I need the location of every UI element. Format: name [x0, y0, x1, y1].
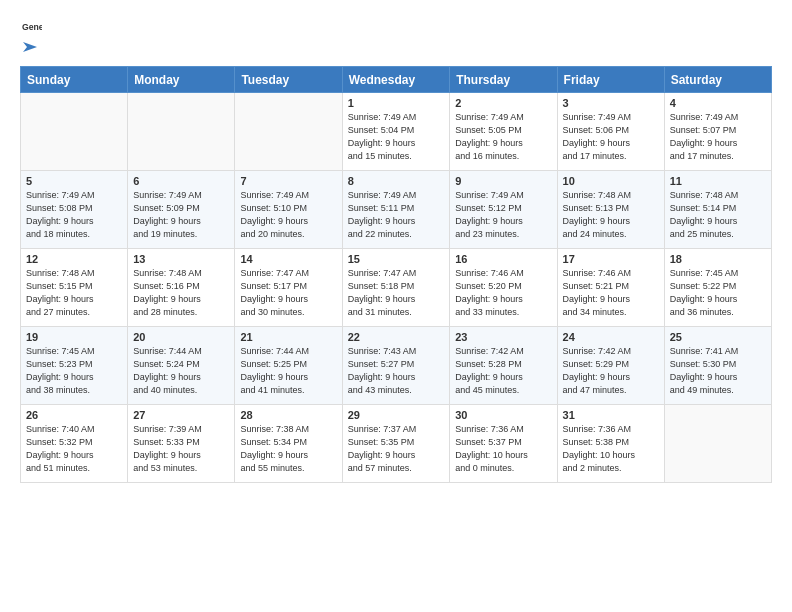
- calendar-day-10: 10Sunrise: 7:48 AM Sunset: 5:13 PM Dayli…: [557, 171, 664, 249]
- day-info: Sunrise: 7:36 AM Sunset: 5:38 PM Dayligh…: [563, 423, 659, 475]
- day-info: Sunrise: 7:46 AM Sunset: 5:21 PM Dayligh…: [563, 267, 659, 319]
- day-number: 15: [348, 253, 445, 265]
- day-number: 12: [26, 253, 122, 265]
- day-info: Sunrise: 7:48 AM Sunset: 5:16 PM Dayligh…: [133, 267, 229, 319]
- calendar-day-6: 6Sunrise: 7:49 AM Sunset: 5:09 PM Daylig…: [128, 171, 235, 249]
- day-info: Sunrise: 7:49 AM Sunset: 5:12 PM Dayligh…: [455, 189, 551, 241]
- day-info: Sunrise: 7:44 AM Sunset: 5:25 PM Dayligh…: [240, 345, 336, 397]
- day-info: Sunrise: 7:41 AM Sunset: 5:30 PM Dayligh…: [670, 345, 766, 397]
- day-number: 8: [348, 175, 445, 187]
- day-info: Sunrise: 7:49 AM Sunset: 5:05 PM Dayligh…: [455, 111, 551, 163]
- day-number: 20: [133, 331, 229, 343]
- day-info: Sunrise: 7:43 AM Sunset: 5:27 PM Dayligh…: [348, 345, 445, 397]
- day-number: 7: [240, 175, 336, 187]
- calendar-day-17: 17Sunrise: 7:46 AM Sunset: 5:21 PM Dayli…: [557, 249, 664, 327]
- calendar-day-empty: [21, 93, 128, 171]
- day-info: Sunrise: 7:44 AM Sunset: 5:24 PM Dayligh…: [133, 345, 229, 397]
- calendar-header-row: SundayMondayTuesdayWednesdayThursdayFrid…: [21, 67, 772, 93]
- day-number: 19: [26, 331, 122, 343]
- day-info: Sunrise: 7:42 AM Sunset: 5:28 PM Dayligh…: [455, 345, 551, 397]
- calendar-day-8: 8Sunrise: 7:49 AM Sunset: 5:11 PM Daylig…: [342, 171, 450, 249]
- weekday-header-wednesday: Wednesday: [342, 67, 450, 93]
- weekday-header-sunday: Sunday: [21, 67, 128, 93]
- day-number: 1: [348, 97, 445, 109]
- day-info: Sunrise: 7:42 AM Sunset: 5:29 PM Dayligh…: [563, 345, 659, 397]
- calendar-week-row: 1Sunrise: 7:49 AM Sunset: 5:04 PM Daylig…: [21, 93, 772, 171]
- day-number: 27: [133, 409, 229, 421]
- day-number: 5: [26, 175, 122, 187]
- day-number: 31: [563, 409, 659, 421]
- day-info: Sunrise: 7:47 AM Sunset: 5:18 PM Dayligh…: [348, 267, 445, 319]
- calendar-day-25: 25Sunrise: 7:41 AM Sunset: 5:30 PM Dayli…: [664, 327, 771, 405]
- day-info: Sunrise: 7:49 AM Sunset: 5:04 PM Dayligh…: [348, 111, 445, 163]
- calendar-day-empty: [128, 93, 235, 171]
- day-number: 25: [670, 331, 766, 343]
- calendar-day-15: 15Sunrise: 7:47 AM Sunset: 5:18 PM Dayli…: [342, 249, 450, 327]
- calendar-day-5: 5Sunrise: 7:49 AM Sunset: 5:08 PM Daylig…: [21, 171, 128, 249]
- day-number: 16: [455, 253, 551, 265]
- calendar-day-1: 1Sunrise: 7:49 AM Sunset: 5:04 PM Daylig…: [342, 93, 450, 171]
- day-info: Sunrise: 7:49 AM Sunset: 5:07 PM Dayligh…: [670, 111, 766, 163]
- calendar-day-22: 22Sunrise: 7:43 AM Sunset: 5:27 PM Dayli…: [342, 327, 450, 405]
- calendar-day-29: 29Sunrise: 7:37 AM Sunset: 5:35 PM Dayli…: [342, 405, 450, 483]
- day-number: 22: [348, 331, 445, 343]
- day-info: Sunrise: 7:39 AM Sunset: 5:33 PM Dayligh…: [133, 423, 229, 475]
- day-number: 18: [670, 253, 766, 265]
- calendar-day-empty: [664, 405, 771, 483]
- calendar-day-12: 12Sunrise: 7:48 AM Sunset: 5:15 PM Dayli…: [21, 249, 128, 327]
- day-number: 9: [455, 175, 551, 187]
- day-number: 13: [133, 253, 229, 265]
- calendar-day-14: 14Sunrise: 7:47 AM Sunset: 5:17 PM Dayli…: [235, 249, 342, 327]
- day-number: 6: [133, 175, 229, 187]
- day-info: Sunrise: 7:49 AM Sunset: 5:06 PM Dayligh…: [563, 111, 659, 163]
- day-info: Sunrise: 7:38 AM Sunset: 5:34 PM Dayligh…: [240, 423, 336, 475]
- day-number: 29: [348, 409, 445, 421]
- calendar-week-row: 26Sunrise: 7:40 AM Sunset: 5:32 PM Dayli…: [21, 405, 772, 483]
- calendar-day-20: 20Sunrise: 7:44 AM Sunset: 5:24 PM Dayli…: [128, 327, 235, 405]
- calendar-day-23: 23Sunrise: 7:42 AM Sunset: 5:28 PM Dayli…: [450, 327, 557, 405]
- day-info: Sunrise: 7:49 AM Sunset: 5:09 PM Dayligh…: [133, 189, 229, 241]
- calendar-week-row: 5Sunrise: 7:49 AM Sunset: 5:08 PM Daylig…: [21, 171, 772, 249]
- logo-icon: General: [22, 18, 42, 38]
- day-number: 26: [26, 409, 122, 421]
- calendar-day-19: 19Sunrise: 7:45 AM Sunset: 5:23 PM Dayli…: [21, 327, 128, 405]
- day-info: Sunrise: 7:48 AM Sunset: 5:14 PM Dayligh…: [670, 189, 766, 241]
- day-info: Sunrise: 7:49 AM Sunset: 5:08 PM Dayligh…: [26, 189, 122, 241]
- day-number: 11: [670, 175, 766, 187]
- day-number: 3: [563, 97, 659, 109]
- svg-text:General: General: [22, 22, 42, 32]
- day-number: 23: [455, 331, 551, 343]
- day-number: 14: [240, 253, 336, 265]
- calendar-day-7: 7Sunrise: 7:49 AM Sunset: 5:10 PM Daylig…: [235, 171, 342, 249]
- day-info: Sunrise: 7:45 AM Sunset: 5:22 PM Dayligh…: [670, 267, 766, 319]
- calendar-week-row: 19Sunrise: 7:45 AM Sunset: 5:23 PM Dayli…: [21, 327, 772, 405]
- calendar-day-21: 21Sunrise: 7:44 AM Sunset: 5:25 PM Dayli…: [235, 327, 342, 405]
- logo: General: [20, 18, 42, 56]
- logo-arrow-icon: [21, 38, 39, 56]
- calendar-day-28: 28Sunrise: 7:38 AM Sunset: 5:34 PM Dayli…: [235, 405, 342, 483]
- day-number: 4: [670, 97, 766, 109]
- day-info: Sunrise: 7:40 AM Sunset: 5:32 PM Dayligh…: [26, 423, 122, 475]
- calendar-day-3: 3Sunrise: 7:49 AM Sunset: 5:06 PM Daylig…: [557, 93, 664, 171]
- day-number: 30: [455, 409, 551, 421]
- day-info: Sunrise: 7:47 AM Sunset: 5:17 PM Dayligh…: [240, 267, 336, 319]
- page-header: General: [20, 18, 772, 56]
- calendar-day-18: 18Sunrise: 7:45 AM Sunset: 5:22 PM Dayli…: [664, 249, 771, 327]
- weekday-header-thursday: Thursday: [450, 67, 557, 93]
- day-number: 24: [563, 331, 659, 343]
- calendar-day-26: 26Sunrise: 7:40 AM Sunset: 5:32 PM Dayli…: [21, 405, 128, 483]
- day-number: 17: [563, 253, 659, 265]
- calendar-day-empty: [235, 93, 342, 171]
- calendar-table: SundayMondayTuesdayWednesdayThursdayFrid…: [20, 66, 772, 483]
- day-info: Sunrise: 7:46 AM Sunset: 5:20 PM Dayligh…: [455, 267, 551, 319]
- day-info: Sunrise: 7:37 AM Sunset: 5:35 PM Dayligh…: [348, 423, 445, 475]
- calendar-day-31: 31Sunrise: 7:36 AM Sunset: 5:38 PM Dayli…: [557, 405, 664, 483]
- svg-marker-1: [23, 42, 37, 52]
- day-info: Sunrise: 7:49 AM Sunset: 5:11 PM Dayligh…: [348, 189, 445, 241]
- calendar-day-4: 4Sunrise: 7:49 AM Sunset: 5:07 PM Daylig…: [664, 93, 771, 171]
- weekday-header-tuesday: Tuesday: [235, 67, 342, 93]
- day-number: 28: [240, 409, 336, 421]
- day-number: 2: [455, 97, 551, 109]
- day-info: Sunrise: 7:45 AM Sunset: 5:23 PM Dayligh…: [26, 345, 122, 397]
- day-number: 21: [240, 331, 336, 343]
